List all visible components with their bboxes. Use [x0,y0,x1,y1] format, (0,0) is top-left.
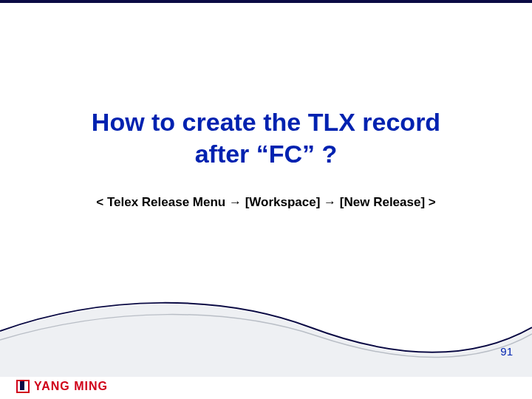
title-line-2: after “FC” ? [195,140,338,168]
page-number: 91 [500,345,513,358]
slide-title: How to create the TLX record after “FC” … [44,106,488,169]
logo-mark-icon [16,380,30,393]
title-line-1: How to create the TLX record [92,108,440,136]
slide-subtitle: < Telex Release Menu → [Workspace] → [Ne… [44,195,488,210]
brand-logo: YANG MING [16,380,108,393]
slide: How to create the TLX record after “FC” … [0,0,532,399]
logo-text: YANG MING [34,380,108,393]
wave-decoration [0,288,532,377]
